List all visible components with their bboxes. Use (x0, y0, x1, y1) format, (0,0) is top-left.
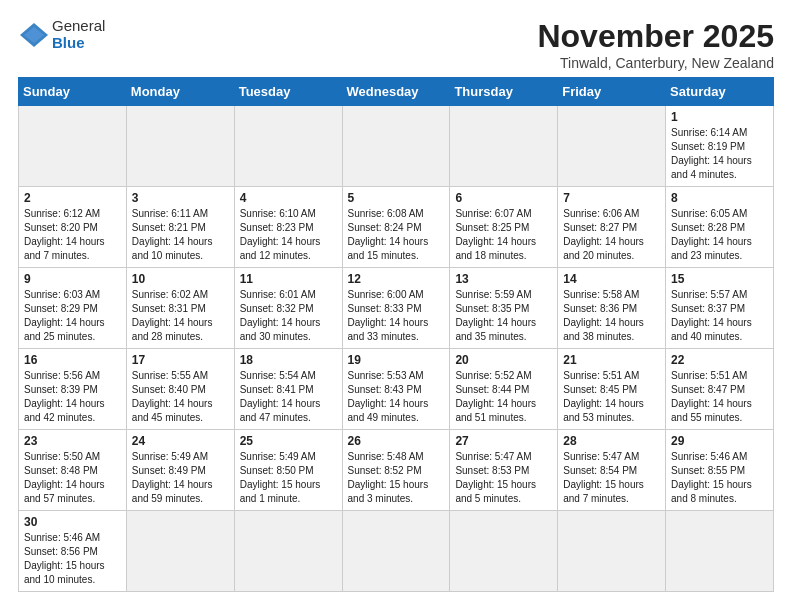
calendar-cell: 17Sunrise: 5:55 AM Sunset: 8:40 PM Dayli… (126, 349, 234, 430)
day-info: Sunrise: 6:02 AM Sunset: 8:31 PM Dayligh… (132, 288, 229, 344)
calendar-cell: 9Sunrise: 6:03 AM Sunset: 8:29 PM Daylig… (19, 268, 127, 349)
calendar-cell: 25Sunrise: 5:49 AM Sunset: 8:50 PM Dayli… (234, 430, 342, 511)
day-number: 18 (240, 353, 337, 367)
calendar-cell (342, 106, 450, 187)
day-number: 25 (240, 434, 337, 448)
week-row-1: 1Sunrise: 6:14 AM Sunset: 8:19 PM Daylig… (19, 106, 774, 187)
day-info: Sunrise: 5:46 AM Sunset: 8:55 PM Dayligh… (671, 450, 768, 506)
day-info: Sunrise: 6:06 AM Sunset: 8:27 PM Dayligh… (563, 207, 660, 263)
day-info: Sunrise: 5:52 AM Sunset: 8:44 PM Dayligh… (455, 369, 552, 425)
calendar-cell: 29Sunrise: 5:46 AM Sunset: 8:55 PM Dayli… (666, 430, 774, 511)
week-row-6: 30Sunrise: 5:46 AM Sunset: 8:56 PM Dayli… (19, 511, 774, 592)
calendar-cell (666, 511, 774, 592)
location-subtitle: Tinwald, Canterbury, New Zealand (537, 55, 774, 71)
calendar-table: SundayMondayTuesdayWednesdayThursdayFrid… (18, 77, 774, 592)
calendar-cell (126, 511, 234, 592)
logo: General Blue (18, 18, 105, 51)
calendar-cell: 23Sunrise: 5:50 AM Sunset: 8:48 PM Dayli… (19, 430, 127, 511)
calendar-cell: 24Sunrise: 5:49 AM Sunset: 8:49 PM Dayli… (126, 430, 234, 511)
calendar-cell: 15Sunrise: 5:57 AM Sunset: 8:37 PM Dayli… (666, 268, 774, 349)
day-number: 20 (455, 353, 552, 367)
calendar-cell (558, 511, 666, 592)
day-number: 30 (24, 515, 121, 529)
day-info: Sunrise: 5:54 AM Sunset: 8:41 PM Dayligh… (240, 369, 337, 425)
day-number: 27 (455, 434, 552, 448)
calendar-cell: 5Sunrise: 6:08 AM Sunset: 8:24 PM Daylig… (342, 187, 450, 268)
day-headers-row: SundayMondayTuesdayWednesdayThursdayFrid… (19, 78, 774, 106)
day-info: Sunrise: 5:48 AM Sunset: 8:52 PM Dayligh… (348, 450, 445, 506)
day-info: Sunrise: 6:12 AM Sunset: 8:20 PM Dayligh… (24, 207, 121, 263)
day-number: 4 (240, 191, 337, 205)
day-info: Sunrise: 5:47 AM Sunset: 8:54 PM Dayligh… (563, 450, 660, 506)
calendar-cell (234, 511, 342, 592)
calendar-cell: 16Sunrise: 5:56 AM Sunset: 8:39 PM Dayli… (19, 349, 127, 430)
day-number: 26 (348, 434, 445, 448)
calendar-cell: 28Sunrise: 5:47 AM Sunset: 8:54 PM Dayli… (558, 430, 666, 511)
day-header-monday: Monday (126, 78, 234, 106)
calendar-cell (558, 106, 666, 187)
day-number: 9 (24, 272, 121, 286)
day-number: 17 (132, 353, 229, 367)
day-number: 1 (671, 110, 768, 124)
calendar-cell: 6Sunrise: 6:07 AM Sunset: 8:25 PM Daylig… (450, 187, 558, 268)
calendar-cell (126, 106, 234, 187)
day-info: Sunrise: 5:58 AM Sunset: 8:36 PM Dayligh… (563, 288, 660, 344)
day-info: Sunrise: 6:01 AM Sunset: 8:32 PM Dayligh… (240, 288, 337, 344)
day-header-saturday: Saturday (666, 78, 774, 106)
calendar-cell: 22Sunrise: 5:51 AM Sunset: 8:47 PM Dayli… (666, 349, 774, 430)
day-info: Sunrise: 6:07 AM Sunset: 8:25 PM Dayligh… (455, 207, 552, 263)
calendar-cell: 14Sunrise: 5:58 AM Sunset: 8:36 PM Dayli… (558, 268, 666, 349)
day-number: 24 (132, 434, 229, 448)
week-row-4: 16Sunrise: 5:56 AM Sunset: 8:39 PM Dayli… (19, 349, 774, 430)
day-info: Sunrise: 6:11 AM Sunset: 8:21 PM Dayligh… (132, 207, 229, 263)
day-number: 29 (671, 434, 768, 448)
day-info: Sunrise: 6:03 AM Sunset: 8:29 PM Dayligh… (24, 288, 121, 344)
day-info: Sunrise: 6:05 AM Sunset: 8:28 PM Dayligh… (671, 207, 768, 263)
day-header-thursday: Thursday (450, 78, 558, 106)
calendar-cell (450, 106, 558, 187)
day-number: 15 (671, 272, 768, 286)
calendar-cell (234, 106, 342, 187)
calendar-cell: 8Sunrise: 6:05 AM Sunset: 8:28 PM Daylig… (666, 187, 774, 268)
calendar-cell: 26Sunrise: 5:48 AM Sunset: 8:52 PM Dayli… (342, 430, 450, 511)
day-number: 3 (132, 191, 229, 205)
calendar-cell: 13Sunrise: 5:59 AM Sunset: 8:35 PM Dayli… (450, 268, 558, 349)
day-number: 8 (671, 191, 768, 205)
day-number: 13 (455, 272, 552, 286)
calendar-cell: 21Sunrise: 5:51 AM Sunset: 8:45 PM Dayli… (558, 349, 666, 430)
day-number: 6 (455, 191, 552, 205)
day-info: Sunrise: 6:14 AM Sunset: 8:19 PM Dayligh… (671, 126, 768, 182)
day-info: Sunrise: 6:00 AM Sunset: 8:33 PM Dayligh… (348, 288, 445, 344)
day-number: 19 (348, 353, 445, 367)
day-header-sunday: Sunday (19, 78, 127, 106)
page-header: General Blue November 2025 Tinwald, Cant… (18, 18, 774, 71)
day-number: 5 (348, 191, 445, 205)
day-number: 7 (563, 191, 660, 205)
day-info: Sunrise: 5:50 AM Sunset: 8:48 PM Dayligh… (24, 450, 121, 506)
day-number: 14 (563, 272, 660, 286)
day-info: Sunrise: 5:56 AM Sunset: 8:39 PM Dayligh… (24, 369, 121, 425)
day-info: Sunrise: 5:47 AM Sunset: 8:53 PM Dayligh… (455, 450, 552, 506)
week-row-3: 9Sunrise: 6:03 AM Sunset: 8:29 PM Daylig… (19, 268, 774, 349)
week-row-2: 2Sunrise: 6:12 AM Sunset: 8:20 PM Daylig… (19, 187, 774, 268)
logo-graphic (18, 21, 50, 49)
day-info: Sunrise: 5:51 AM Sunset: 8:47 PM Dayligh… (671, 369, 768, 425)
calendar-cell: 10Sunrise: 6:02 AM Sunset: 8:31 PM Dayli… (126, 268, 234, 349)
calendar-cell: 19Sunrise: 5:53 AM Sunset: 8:43 PM Dayli… (342, 349, 450, 430)
calendar-cell: 2Sunrise: 6:12 AM Sunset: 8:20 PM Daylig… (19, 187, 127, 268)
calendar-cell: 7Sunrise: 6:06 AM Sunset: 8:27 PM Daylig… (558, 187, 666, 268)
calendar-cell: 12Sunrise: 6:00 AM Sunset: 8:33 PM Dayli… (342, 268, 450, 349)
day-info: Sunrise: 6:08 AM Sunset: 8:24 PM Dayligh… (348, 207, 445, 263)
calendar-cell: 1Sunrise: 6:14 AM Sunset: 8:19 PM Daylig… (666, 106, 774, 187)
calendar-cell: 11Sunrise: 6:01 AM Sunset: 8:32 PM Dayli… (234, 268, 342, 349)
day-number: 12 (348, 272, 445, 286)
day-number: 2 (24, 191, 121, 205)
day-info: Sunrise: 5:49 AM Sunset: 8:50 PM Dayligh… (240, 450, 337, 506)
day-number: 22 (671, 353, 768, 367)
day-info: Sunrise: 5:55 AM Sunset: 8:40 PM Dayligh… (132, 369, 229, 425)
day-number: 21 (563, 353, 660, 367)
day-header-friday: Friday (558, 78, 666, 106)
day-number: 23 (24, 434, 121, 448)
calendar-cell: 27Sunrise: 5:47 AM Sunset: 8:53 PM Dayli… (450, 430, 558, 511)
day-number: 10 (132, 272, 229, 286)
